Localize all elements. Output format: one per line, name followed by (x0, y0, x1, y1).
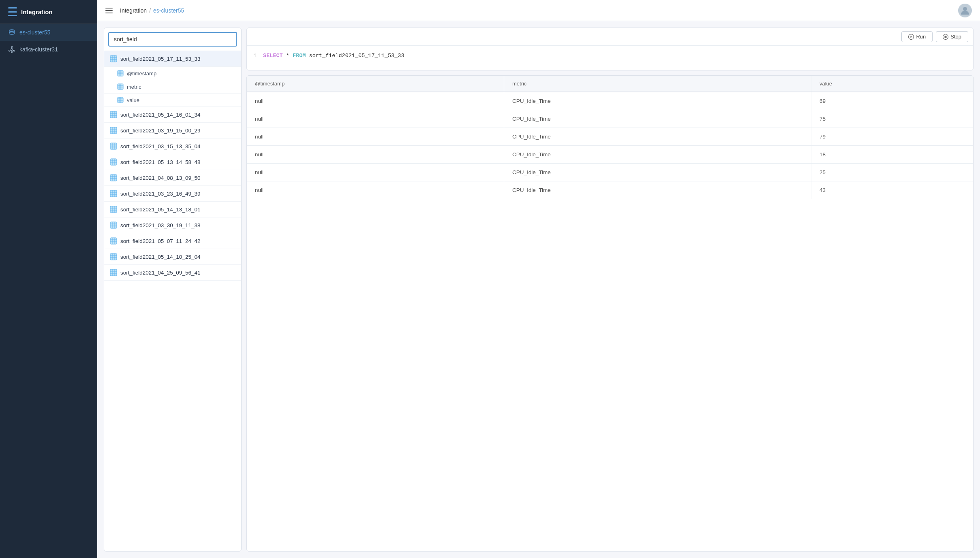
breadcrumb-sub: es-cluster55 (153, 7, 184, 14)
stop-button[interactable]: Stop (936, 31, 968, 42)
right-panel: Run Stop 1SELECT * FROM sort_field2021_0… (246, 28, 974, 552)
breadcrumb-separator: / (149, 7, 151, 14)
list-item-10[interactable]: sort_field2021_05_14_10_25_04 (104, 249, 241, 265)
results-tbody: nullCPU_Idle_Time69nullCPU_Idle_Time75nu… (247, 92, 973, 199)
query-editor: Run Stop 1SELECT * FROM sort_field2021_0… (246, 28, 974, 70)
from-keyword: FROM (293, 53, 306, 59)
breadcrumb-main: Integration (120, 7, 147, 14)
sidebar: Integration es-cluster55 kafka-cluster31 (0, 0, 97, 558)
breadcrumb: Integration / es-cluster55 (120, 7, 184, 14)
svg-rect-31 (110, 111, 117, 118)
results-table-wrapper[interactable]: @timestamp metric value nullCPU_Idle_Tim… (247, 76, 973, 551)
main-area: Integration / es-cluster55 (97, 0, 980, 558)
cell-timestamp: null (247, 92, 504, 110)
list-item-8[interactable]: sort_field2021_03_30_19_11_38 (104, 217, 241, 233)
cell-value: 25 (811, 164, 973, 181)
cell-metric: CPU_Idle_Time (504, 164, 811, 181)
list-item-4[interactable]: sort_field2021_05_13_14_58_48 (104, 154, 241, 170)
search-input[interactable] (108, 32, 237, 47)
col-header-timestamp: @timestamp (247, 76, 504, 92)
svg-point-10 (963, 7, 967, 11)
list-item-11[interactable]: sort_field2021_04_25_09_56_41 (104, 265, 241, 281)
sidebar-item-label-kafka: kafka-cluster31 (19, 46, 58, 53)
field-name-timestamp: @timestamp (127, 70, 156, 77)
avatar (958, 4, 972, 17)
search-box (104, 28, 241, 51)
cell-metric: CPU_Idle_Time (504, 146, 811, 164)
svg-rect-16 (118, 70, 123, 76)
stop-icon (943, 34, 948, 40)
table-icon-6 (110, 190, 117, 197)
sidebar-item-es-cluster55[interactable]: es-cluster55 (0, 24, 97, 41)
table-icon-10 (110, 253, 117, 260)
database-icon (8, 29, 15, 36)
svg-rect-51 (110, 175, 117, 181)
table-row: nullCPU_Idle_Time79 (247, 128, 973, 146)
svg-rect-71 (110, 238, 117, 244)
table-row: nullCPU_Idle_Time43 (247, 181, 973, 199)
field-item-metric[interactable]: metric (104, 80, 241, 94)
col-header-metric: metric (504, 76, 811, 92)
cell-value: 69 (811, 92, 973, 110)
table-icon-9 (110, 237, 117, 245)
cell-metric: CPU_Idle_Time (504, 92, 811, 110)
cell-value: 43 (811, 181, 973, 199)
cell-metric: CPU_Idle_Time (504, 110, 811, 128)
svg-rect-26 (118, 97, 123, 103)
table-name-9: sort_field2021_05_07_11_24_42 (120, 238, 200, 244)
cell-timestamp: null (247, 181, 504, 199)
svg-rect-11 (110, 55, 117, 62)
cell-value: 18 (811, 146, 973, 164)
app-icon (8, 7, 17, 16)
list-item-9[interactable]: sort_field2021_05_07_11_24_42 (104, 233, 241, 249)
svg-marker-87 (911, 36, 913, 38)
table-name-1: sort_field2021_05_14_16_01_34 (120, 112, 200, 118)
cell-timestamp: null (247, 128, 504, 146)
run-label: Run (916, 34, 926, 40)
sidebar-item-kafka-cluster31[interactable]: kafka-cluster31 (0, 41, 97, 58)
svg-rect-21 (118, 84, 123, 89)
run-button[interactable]: Run (901, 31, 933, 42)
svg-point-3 (11, 51, 12, 53)
svg-rect-89 (945, 36, 947, 38)
list-item-6[interactable]: sort_field2021_03_23_16_49_39 (104, 186, 241, 202)
query-star: * (283, 53, 293, 59)
topbar-right (958, 4, 972, 17)
list-item-1[interactable]: sort_field2021_05_14_16_01_34 (104, 107, 241, 123)
svg-rect-41 (110, 143, 117, 149)
svg-rect-36 (110, 127, 117, 134)
app-title: Integration (21, 9, 53, 15)
list-item-5[interactable]: sort_field2021_04_08_13_09_50 (104, 170, 241, 186)
topbar: Integration / es-cluster55 (97, 0, 980, 21)
list-item-3[interactable]: sort_field2021_03_15_13_35_04 (104, 138, 241, 154)
table-name-10: sort_field2021_05_14_10_25_04 (120, 254, 200, 260)
table-name-8: sort_field2021_03_30_19_11_38 (120, 222, 200, 228)
svg-rect-76 (110, 253, 117, 260)
list-item-2[interactable]: sort_field2021_03_19_15_00_29 (104, 123, 241, 138)
svg-point-0 (9, 30, 15, 32)
field-item-value[interactable]: value (104, 94, 241, 107)
table-row: nullCPU_Idle_Time18 (247, 146, 973, 164)
col-header-value: value (811, 76, 973, 92)
table-name-7: sort_field2021_05_14_13_18_01 (120, 207, 200, 213)
table-name-4: sort_field2021_05_13_14_58_48 (120, 159, 200, 165)
cell-timestamp: null (247, 146, 504, 164)
query-code[interactable]: 1SELECT * FROM sort_field2021_05_17_11_5… (247, 46, 973, 70)
cell-value: 75 (811, 110, 973, 128)
sidebar-header: Integration (0, 0, 97, 24)
field-icon-timestamp (117, 70, 124, 77)
table-name-0: sort_field2021_05_17_11_53_33 (120, 56, 200, 62)
table-icon-11 (110, 269, 117, 276)
field-name-value: value (127, 97, 139, 103)
table-row: nullCPU_Idle_Time25 (247, 164, 973, 181)
svg-rect-61 (110, 206, 117, 213)
list-item-7[interactable]: sort_field2021_05_14_13_18_01 (104, 202, 241, 217)
left-panel: sort_field2021_05_17_11_53_33 @timestamp (104, 28, 242, 552)
svg-rect-81 (110, 269, 117, 276)
hamburger-menu-icon[interactable] (105, 8, 113, 13)
list-item-0[interactable]: sort_field2021_05_17_11_53_33 (104, 51, 241, 67)
cell-timestamp: null (247, 110, 504, 128)
table-list: sort_field2021_05_17_11_53_33 @timestamp (104, 51, 241, 551)
cell-value: 79 (811, 128, 973, 146)
field-item-timestamp[interactable]: @timestamp (104, 67, 241, 80)
